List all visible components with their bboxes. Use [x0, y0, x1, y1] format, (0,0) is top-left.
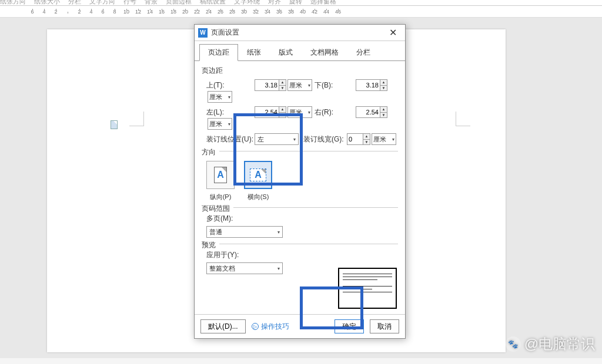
orientation-section-label: 方向	[202, 147, 219, 157]
multipage-select[interactable]: 普通▾	[206, 226, 283, 238]
dialog-title: 页面设置	[211, 28, 384, 38]
bottom-input[interactable]	[356, 79, 380, 91]
tips-link[interactable]: ▷操作技巧	[252, 322, 289, 332]
bottom-unit-select[interactable]: 厘米▾	[208, 91, 232, 103]
app-icon: W	[198, 28, 208, 38]
orientation-portrait[interactable]: A 纵向(P)	[206, 161, 235, 201]
bottom-spinner[interactable]: ▲▼	[380, 79, 387, 91]
left-spinner[interactable]: ▲▼	[279, 106, 286, 118]
watermark: 🐾 @电脑常识	[506, 335, 595, 353]
preview-section-label: 预览	[202, 240, 219, 250]
margin-corner-tr	[456, 112, 470, 126]
margins-section-label: 页边距	[202, 66, 398, 76]
ok-button[interactable]: 确定	[335, 319, 364, 333]
horizontal-ruler: 6422468101214161820222426283032343638404…	[0, 6, 602, 18]
top-spinner[interactable]: ▲▼	[279, 79, 286, 91]
bottom-label: 下(B):	[315, 80, 339, 90]
gutter-unit-select[interactable]: 厘米▾	[372, 133, 396, 145]
dialog-titlebar[interactable]: W 页面设置 ✕	[195, 25, 405, 41]
top-input[interactable]	[255, 79, 279, 91]
apply-to-label: 应用于(Y):	[206, 250, 398, 260]
multipage-label: 多页(M):	[206, 214, 398, 224]
tab-grid[interactable]: 文档网格	[302, 44, 347, 61]
play-icon: ▷	[252, 323, 259, 330]
apply-to-select[interactable]: 整篇文档▾	[206, 262, 283, 274]
gutter-width-label: 装订线宽(G):	[303, 134, 347, 144]
page-range-section-label: 页码范围	[202, 204, 233, 214]
gutter-width-spinner[interactable]: ▲▼	[363, 133, 370, 145]
top-label: 上(T):	[206, 80, 231, 90]
tab-margins[interactable]: 页边距	[199, 44, 238, 61]
tab-paper[interactable]: 纸张	[238, 44, 270, 61]
paw-icon: 🐾	[506, 336, 521, 352]
left-label: 左(L):	[206, 107, 231, 117]
gutter-pos-select[interactable]: 左▾	[255, 133, 299, 145]
right-label: 右(R):	[315, 107, 339, 117]
right-input[interactable]	[356, 106, 380, 118]
close-icon[interactable]: ✕	[384, 25, 402, 41]
page-icon[interactable]	[111, 120, 119, 130]
tab-columns[interactable]: 分栏	[347, 44, 379, 61]
dialog-tabs: 页边距 纸张 版式 文档网格 分栏	[195, 41, 405, 61]
preview-thumbnail	[338, 268, 397, 309]
main-toolbar: 纸张方向纸张大小分栏文字方向行号背景页面边框稿纸设置文字环绕对齐旋转选择窗格	[0, 0, 602, 6]
gutter-width-input[interactable]	[347, 133, 363, 145]
default-button[interactable]: 默认(D)...	[200, 319, 246, 333]
top-unit-select[interactable]: 厘米▾	[287, 79, 312, 91]
right-unit-select[interactable]: 厘米▾	[208, 118, 232, 130]
left-input[interactable]	[255, 106, 279, 118]
gutter-pos-label: 装订线位置(U):	[206, 134, 255, 144]
tab-layout[interactable]: 版式	[270, 44, 302, 61]
orientation-landscape[interactable]: A 横向(S)	[244, 161, 272, 201]
page-setup-dialog: W 页面设置 ✕ 页边距 纸张 版式 文档网格 分栏 页边距 上(T): ▲▼ …	[194, 24, 406, 339]
left-unit-select[interactable]: 厘米▾	[287, 106, 312, 118]
margin-corner-tl	[129, 112, 144, 126]
cancel-button[interactable]: 取消	[370, 319, 399, 333]
right-spinner[interactable]: ▲▼	[380, 106, 387, 118]
